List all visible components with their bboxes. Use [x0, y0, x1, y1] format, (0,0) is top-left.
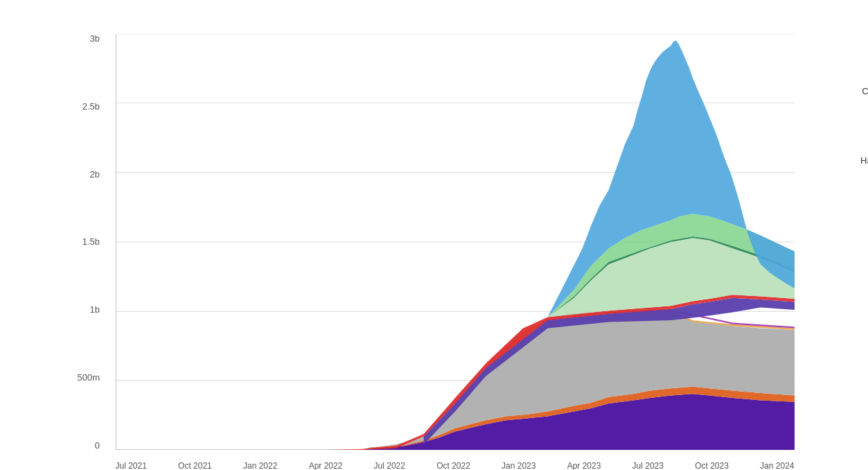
y-label-0: 0 [95, 441, 100, 450]
legend-item-andromeda: Andromeda [860, 69, 868, 79]
y-label-500m: 500m [78, 373, 100, 382]
legend-item-newsilver: New Silver [860, 121, 868, 131]
x-label-jul2021: Jul 2021 [116, 461, 147, 470]
y-label-2.5b: 2.5b [82, 102, 100, 111]
x-label-apr2023: Apr 2023 [567, 461, 601, 470]
x-label-oct2022: Oct 2022 [436, 461, 470, 470]
chart-svg [116, 34, 795, 450]
y-axis-labels: 3b 2.5b 2b 1.5b 1b 500m 0 [78, 34, 100, 450]
legend-item-coinbase: Coinbase Custody [860, 86, 868, 96]
y-label-1.5b: 1.5b [82, 237, 100, 246]
x-label-jul2023: Jul 2023 [632, 461, 664, 470]
legend-label-harbor: Harbor Trade Cred [860, 155, 868, 166]
y-label-3b: 3b [90, 34, 100, 43]
legend: Andromeda Coinbase Custody OFH - SocGen … [860, 69, 868, 252]
x-label-apr2022: Apr 2022 [309, 461, 343, 470]
x-axis-labels: Jul 2021 Oct 2021 Jan 2022 Apr 2022 Jul … [116, 461, 795, 470]
chart-container: 3b 2.5b 2b 1.5b 1b 500m 0 [0, 0, 868, 470]
y-label-1b: 1b [90, 305, 100, 314]
y-label-2b: 2b [90, 170, 100, 179]
legend-label-coinbase: Coinbase Custody [862, 86, 868, 96]
x-label-jul2022: Jul 2022 [374, 461, 405, 470]
chart-area: 3b 2.5b 2b 1.5b 1b 500m 0 [116, 34, 795, 450]
legend-item-consolfreight: ConsolFreight [860, 207, 868, 218]
x-label-jan2023: Jan 2023 [502, 461, 535, 470]
legend-item-ofh: OFH - SocGen [860, 103, 868, 114]
legend-item-fortunafi: FortunaFi [860, 190, 868, 200]
x-label-jan2024: Jan 2024 [760, 461, 794, 470]
legend-item-blocktower: Blocktower [860, 225, 868, 235]
legend-item-harbor: Harbor Trade Cred [860, 155, 868, 166]
legend-item-6scapital: 6S Capital [860, 242, 868, 252]
x-label-oct2021: Oct 2021 [178, 461, 212, 470]
legend-item-hvbank: HVBank [860, 173, 868, 183]
x-label-jan2022: Jan 2022 [243, 461, 277, 470]
x-label-oct2023: Oct 2023 [695, 461, 729, 470]
legend-item-mip65: MIP65 [860, 138, 868, 148]
